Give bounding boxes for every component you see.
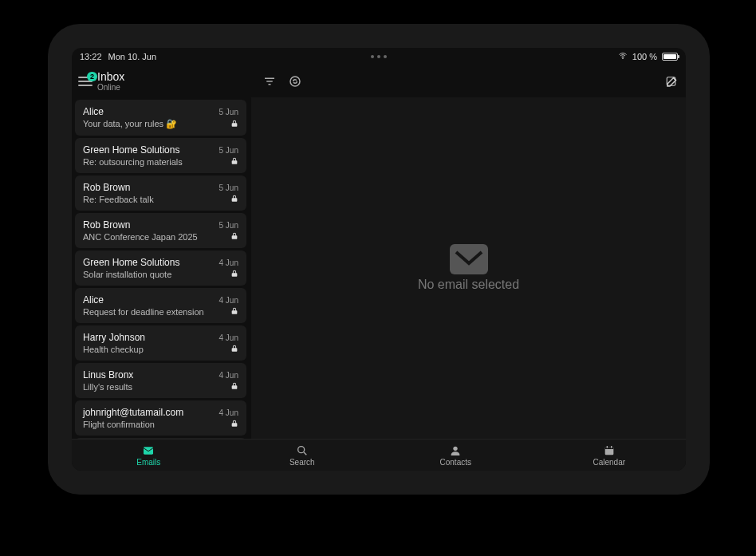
email-item[interactable]: Linus Bronx4 JunLilly's results [75,363,246,398]
encrypted-icon [230,157,238,167]
email-list[interactable]: Alice5 JunYour data, your rules 🔐Green H… [72,97,251,439]
email-sender: johnright@tutamail.com [83,407,183,418]
unread-badge: 2 [87,72,97,81]
email-sender: Green Home Solutions [83,144,179,156]
folder-title: Inbox [97,71,124,83]
email-date: 4 Jun [219,258,238,267]
screen: 13:22 Mon 10. Jun 100 % 2 [72,48,686,471]
svg-point-4 [290,77,300,86]
encrypted-icon [230,307,238,317]
tab-label: Contacts [440,458,471,467]
status-time: 13:22 [80,52,102,61]
email-sender: Alice [83,294,104,306]
email-sender: Harry Johnson [83,332,145,343]
email-item[interactable]: Alice4 JunRequest for deadline extension [75,288,246,323]
encrypted-icon [230,420,238,429]
multitask-dots[interactable] [371,55,387,58]
email-item[interactable]: Harry Johnson4 JunHealth checkup [75,325,246,361]
tab-contacts[interactable]: Contacts [423,444,487,467]
email-date: 5 Jun [219,183,238,192]
connection-status: Online [97,83,124,92]
email-sender: Rob Brown [83,182,130,193]
email-subject: ANC Conference Japan 2025 [83,232,198,242]
tab-calendar[interactable]: Calendar [577,444,641,467]
battery-pct: 100 % [632,52,657,61]
email-subject: Solar installation quote [83,270,171,279]
encrypted-icon [230,382,238,392]
email-item[interactable]: johnright@tutamail.com4 JunFlight confir… [75,400,246,436]
svg-line-9 [304,452,306,455]
email-date: 4 Jun [219,408,238,417]
email-date: 4 Jun [219,296,238,305]
tablet-frame: 13:22 Mon 10. Jun 100 % 2 [48,24,710,495]
email-item[interactable]: Green Home Solutions5 JunRe: outsourcing… [75,138,246,173]
encrypted-icon [230,195,238,204]
svg-rect-6 [450,244,488,274]
email-sender: Alice [83,106,104,117]
email-date: 5 Jun [219,146,238,155]
tab-emails[interactable]: Emails [116,444,180,467]
encrypted-icon [230,232,238,242]
email-sender: Rob Brown [83,219,130,231]
menu-button[interactable]: 2 [78,77,93,86]
encrypted-icon [230,270,238,279]
email-sender: Green Home Solutions [83,257,179,268]
email-item[interactable]: Rob Brown5 JunANC Conference Japan 2025 [75,213,246,248]
encrypted-icon [230,345,238,354]
email-item[interactable]: Rob Brown5 JunRe: Feedback talk [75,175,246,211]
sync-icon[interactable] [288,74,302,89]
email-subject: Health checkup [83,345,144,354]
email-date: 4 Jun [219,371,238,380]
email-subject: Your data, your rules 🔐 [83,119,177,129]
tab-search[interactable]: Search [270,444,334,467]
tab-bar: Emails Search Contacts Calendar [72,439,686,471]
svg-rect-7 [144,447,153,454]
email-date: 4 Jun [219,333,238,342]
envelope-icon [450,244,488,278]
email-subject: Request for deadline extension [83,307,204,317]
status-date: Mon 10. Jun [108,52,157,61]
status-bar: 13:22 Mon 10. Jun 100 % [72,48,686,65]
compose-button[interactable] [665,74,679,89]
tab-label: Emails [136,458,160,467]
email-subject: Lilly's results [83,382,132,392]
email-date: 5 Jun [219,221,238,230]
svg-point-10 [454,446,458,450]
tab-label: Calendar [593,458,625,467]
svg-point-8 [297,446,304,452]
battery-icon [662,53,678,61]
empty-preview-text: No email selected [418,278,519,292]
email-subject: Re: outsourcing materials [83,157,183,167]
preview-pane: No email selected [251,97,686,439]
wifi-icon [618,51,628,62]
email-subject: Flight confirmation [83,420,155,429]
app-header: 2 Inbox Online [72,65,686,97]
filter-icon[interactable] [262,74,277,89]
email-subject: Re: Feedback talk [83,195,154,204]
svg-point-0 [622,58,623,59]
tab-label: Search [289,458,315,467]
email-date: 5 Jun [219,108,238,116]
email-sender: Linus Bronx [83,369,133,381]
email-item[interactable]: Alice4 Jun [75,438,246,439]
email-item[interactable]: Green Home Solutions4 JunSolar installat… [75,250,246,286]
email-item[interactable]: Alice5 JunYour data, your rules 🔐 [75,100,246,136]
encrypted-icon [230,120,238,129]
svg-rect-12 [604,447,613,449]
